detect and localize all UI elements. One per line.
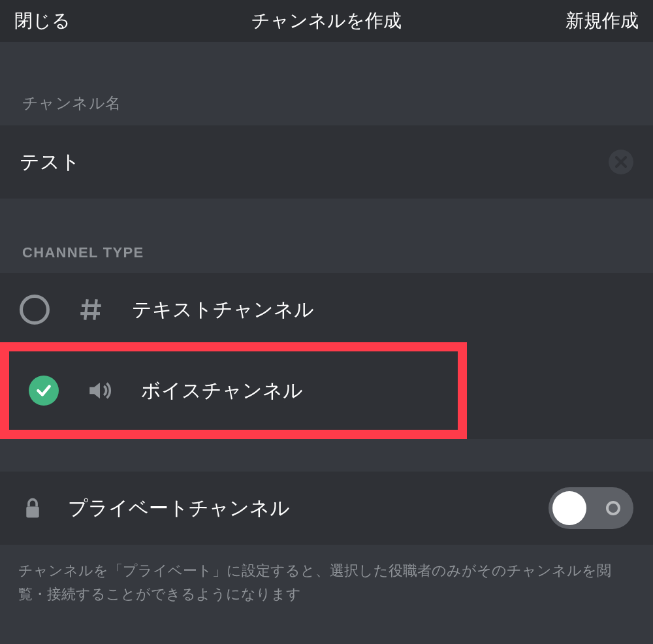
close-icon bbox=[615, 156, 627, 168]
channel-type-label: CHANNEL TYPE bbox=[0, 199, 653, 273]
svg-rect-0 bbox=[26, 507, 39, 518]
channel-name-label: チャンネル名 bbox=[0, 42, 653, 125]
modal-title: チャンネルを作成 bbox=[0, 8, 653, 33]
channel-name-row bbox=[0, 125, 653, 199]
private-channel-group: プライベートチャンネル bbox=[0, 472, 653, 545]
modal-header: 閉じる チャンネルを作成 新規作成 bbox=[0, 0, 653, 42]
lock-icon bbox=[20, 497, 46, 519]
private-channel-label: プライベートチャンネル bbox=[68, 495, 290, 522]
clear-input-button[interactable] bbox=[609, 150, 633, 174]
create-button[interactable]: 新規作成 bbox=[565, 8, 639, 33]
channel-type-option-label: テキストチャンネル bbox=[132, 297, 314, 323]
radio-unchecked-icon bbox=[20, 295, 50, 325]
toggle-off-indicator-icon bbox=[606, 501, 620, 515]
channel-type-list: テキストチャンネル ボイスチャンネル bbox=[0, 273, 653, 439]
toggle-knob bbox=[552, 491, 586, 525]
channel-name-input[interactable] bbox=[20, 151, 609, 173]
private-channel-toggle[interactable] bbox=[549, 487, 633, 529]
hash-icon bbox=[76, 296, 106, 323]
private-channel-help: チャンネルを「プライベート」に設定すると、選択した役職者のみがそのチャンネルを閲… bbox=[0, 545, 653, 607]
channel-type-option-text[interactable]: テキストチャンネル bbox=[0, 273, 653, 346]
radio-checked-icon bbox=[29, 376, 59, 406]
channel-type-option-label: ボイスチャンネル bbox=[141, 378, 303, 404]
channel-type-option-voice[interactable]: ボイスチャンネル bbox=[9, 351, 458, 430]
close-button[interactable]: 閉じる bbox=[14, 8, 71, 33]
annotation-highlight: ボイスチャンネル bbox=[0, 342, 467, 439]
speaker-icon bbox=[85, 377, 115, 404]
private-channel-row: プライベートチャンネル bbox=[0, 472, 653, 545]
